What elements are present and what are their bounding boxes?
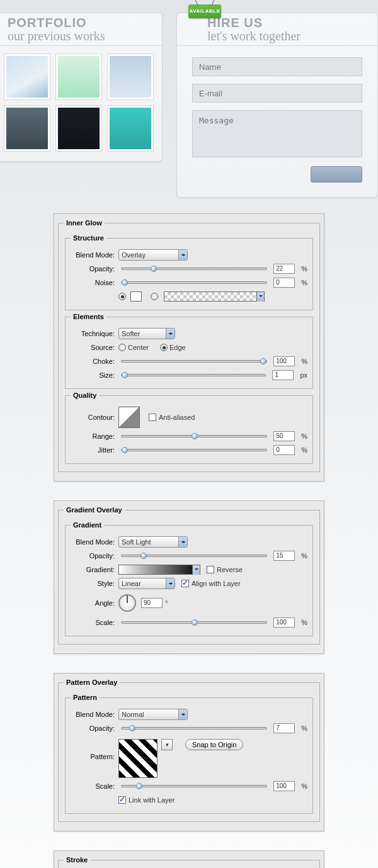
quality-legend: Quality	[71, 392, 99, 399]
po-opacity-label: Opacity:	[71, 724, 118, 732]
opacity-label: Opacity:	[71, 265, 118, 273]
pattern-swatch[interactable]	[118, 739, 158, 778]
choke-slider[interactable]	[121, 360, 267, 363]
available-badge: AVAILABLE	[188, 4, 221, 18]
portfolio-card: PORTFOLIO our previous works	[0, 13, 163, 162]
hire-subtitle: let's work together	[207, 30, 370, 42]
email-field[interactable]	[192, 84, 362, 103]
choke-value[interactable]: 100	[273, 356, 295, 366]
portfolio-title: PORTFOLIO	[8, 16, 154, 30]
style-select[interactable]: Linear	[118, 578, 175, 589]
source-label: Source:	[71, 344, 118, 351]
inner-glow-legend: Inner Glow	[64, 219, 105, 227]
po-blend-mode-select[interactable]: Normal	[118, 709, 188, 720]
go-blend-mode-select[interactable]: Soft Light	[118, 536, 188, 548]
hire-title: HIRE US	[207, 16, 370, 30]
po-blend-mode-label: Blend Mode:	[71, 711, 118, 718]
portfolio-thumb[interactable]	[4, 54, 50, 100]
portfolio-subtitle: our previous works	[8, 30, 154, 42]
name-field[interactable]	[192, 57, 362, 76]
po-scale-label: Scale:	[71, 782, 118, 790]
glow-color-radio[interactable]	[118, 293, 126, 300]
choke-label: Choke:	[71, 358, 118, 365]
pattern-label: Pattern:	[71, 739, 118, 760]
blend-mode-select[interactable]: Overlay	[118, 249, 188, 261]
size-label: Size:	[71, 371, 118, 379]
range-slider[interactable]	[121, 435, 267, 437]
gradient-legend: Gradient	[71, 521, 104, 529]
jitter-value[interactable]: 0	[273, 445, 295, 455]
noise-label: Noise:	[71, 279, 118, 286]
snap-to-origin-button[interactable]: Snap to Origin	[185, 739, 243, 750]
blend-mode-label: Blend Mode:	[71, 251, 118, 259]
go-opacity-slider[interactable]	[121, 555, 267, 557]
gradient-label: Gradient:	[71, 566, 118, 573]
available-sign: AVAILABLE	[188, 4, 221, 18]
gradient-overlay-legend: Gradient Overlay	[64, 506, 125, 514]
submit-button[interactable]	[311, 166, 362, 183]
po-opacity-slider[interactable]	[121, 727, 267, 730]
portfolio-thumb[interactable]	[107, 54, 154, 100]
style-label: Style:	[71, 580, 118, 587]
range-label: Range:	[71, 432, 118, 440]
contour-label: Contour:	[71, 414, 118, 421]
portfolio-thumb[interactable]	[107, 105, 154, 152]
go-scale-value[interactable]: 100	[273, 617, 295, 628]
portfolio-thumb[interactable]	[55, 54, 102, 100]
angle-wheel[interactable]	[118, 594, 136, 612]
structure-legend: Structure	[71, 234, 106, 242]
contour-picker[interactable]	[118, 407, 140, 428]
message-field[interactable]	[192, 110, 362, 157]
gradient-overlay-panel: Gradient Overlay Gradient Blend Mode: So…	[54, 500, 324, 654]
po-scale-slider[interactable]	[121, 785, 267, 787]
source-edge-radio[interactable]	[160, 344, 168, 351]
pattern-overlay-legend: Pattern Overlay	[64, 679, 120, 686]
go-scale-slider[interactable]	[121, 621, 267, 624]
inner-glow-panel: Inner Glow Structure Blend Mode: Overlay…	[54, 213, 324, 482]
align-checkbox[interactable]	[181, 580, 189, 587]
go-opacity-value[interactable]: 15	[273, 551, 295, 561]
gradient-picker[interactable]	[118, 565, 200, 575]
link-checkbox[interactable]	[118, 796, 126, 804]
pattern-legend: Pattern	[71, 694, 100, 701]
opacity-slider[interactable]	[121, 268, 267, 270]
portfolio-thumb[interactable]	[55, 105, 102, 152]
pattern-overlay-panel: Pattern Overlay Pattern Blend Mode: Norm…	[54, 673, 324, 831]
size-slider[interactable]	[121, 374, 266, 376]
noise-slider[interactable]	[121, 281, 267, 284]
po-opacity-value[interactable]: 7	[273, 723, 295, 733]
jitter-slider[interactable]	[121, 449, 267, 451]
source-center-radio[interactable]	[118, 344, 126, 351]
glow-gradient-radio[interactable]	[151, 293, 158, 300]
size-value[interactable]: 1	[272, 370, 294, 380]
go-opacity-label: Opacity:	[71, 552, 118, 560]
hire-card: AVAILABLE HIRE US let's work together	[176, 13, 378, 198]
po-scale-value[interactable]: 100	[273, 781, 295, 791]
go-blend-mode-label: Blend Mode:	[71, 538, 118, 546]
elements-legend: Elements	[71, 313, 106, 320]
stroke-legend: Stroke	[64, 856, 90, 864]
technique-label: Technique:	[71, 330, 118, 337]
range-value[interactable]: 50	[273, 431, 295, 441]
jitter-label: Jitter:	[71, 446, 118, 454]
glow-gradient-strip[interactable]	[164, 291, 265, 302]
noise-value[interactable]: 0	[273, 278, 295, 288]
glow-color-swatch[interactable]	[130, 291, 142, 302]
angle-value[interactable]: 90	[141, 598, 163, 608]
antialiased-checkbox[interactable]	[149, 414, 156, 421]
go-scale-label: Scale:	[71, 619, 118, 626]
technique-select[interactable]: Softer	[118, 328, 175, 339]
opacity-value[interactable]: 22	[273, 264, 295, 274]
pattern-picker-button[interactable]: ▾	[161, 739, 173, 750]
angle-label: Angle:	[71, 599, 118, 607]
reverse-checkbox[interactable]	[207, 566, 214, 573]
portfolio-thumb[interactable]	[4, 105, 50, 152]
stroke-panel: Stroke Structure Size: 1 px Position: Ou…	[54, 850, 324, 868]
